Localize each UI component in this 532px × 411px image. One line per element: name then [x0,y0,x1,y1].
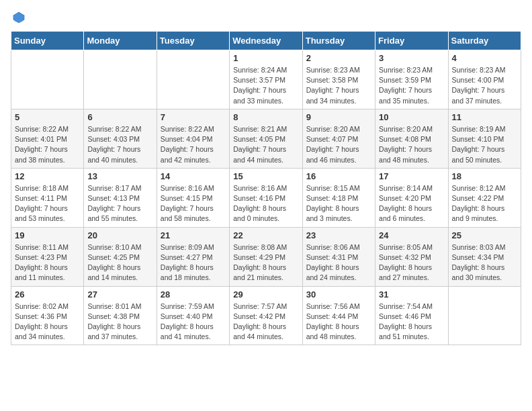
day-number: 9 [306,112,371,122]
day-info: Sunrise: 8:23 AM Sunset: 4:00 PM Dayligh… [452,65,517,106]
day-info: Sunrise: 8:06 AM Sunset: 4:31 PM Dayligh… [306,242,371,283]
day-number: 27 [87,289,152,300]
day-info: Sunrise: 8:18 AM Sunset: 4:11 PM Dayligh… [15,183,80,224]
day-info: Sunrise: 8:01 AM Sunset: 4:38 PM Dayligh… [87,302,152,342]
day-info: Sunrise: 8:08 AM Sunset: 4:29 PM Dayligh… [233,242,298,283]
day-number: 25 [452,230,517,240]
calendar-week-row: 19Sunrise: 8:11 AM Sunset: 4:23 PM Dayli… [11,227,521,286]
day-info: Sunrise: 8:24 AM Sunset: 3:57 PM Dayligh… [233,65,298,106]
day-number: 4 [452,53,517,63]
day-of-week-header: Monday [84,32,157,50]
day-number: 12 [15,171,80,181]
day-number: 2 [306,53,371,63]
calendar-cell: 9Sunrise: 8:20 AM Sunset: 4:07 PM Daylig… [302,109,375,168]
day-info: Sunrise: 8:16 AM Sunset: 4:15 PM Dayligh… [161,183,226,224]
day-number: 3 [379,53,444,63]
logo [11,11,26,24]
logo-icon [12,11,26,24]
calendar-cell: 2Sunrise: 8:23 AM Sunset: 3:58 PM Daylig… [302,50,375,109]
day-number: 31 [379,289,444,300]
page-header [11,11,521,24]
calendar-cell: 7Sunrise: 8:22 AM Sunset: 4:04 PM Daylig… [157,109,229,168]
day-info: Sunrise: 8:15 AM Sunset: 4:18 PM Dayligh… [306,183,371,224]
calendar-cell: 23Sunrise: 8:06 AM Sunset: 4:31 PM Dayli… [302,227,375,286]
calendar-cell: 8Sunrise: 8:21 AM Sunset: 4:05 PM Daylig… [230,109,302,168]
day-number: 10 [379,112,444,122]
day-info: Sunrise: 8:21 AM Sunset: 4:05 PM Dayligh… [233,124,298,165]
calendar-cell: 12Sunrise: 8:18 AM Sunset: 4:11 PM Dayli… [11,168,84,227]
day-info: Sunrise: 8:23 AM Sunset: 3:58 PM Dayligh… [306,65,371,106]
calendar-cell: 30Sunrise: 7:56 AM Sunset: 4:44 PM Dayli… [302,286,375,345]
day-number: 26 [15,289,80,300]
calendar-week-row: 5Sunrise: 8:22 AM Sunset: 4:01 PM Daylig… [11,109,521,168]
day-info: Sunrise: 8:22 AM Sunset: 4:01 PM Dayligh… [15,124,80,165]
day-number: 28 [161,289,226,300]
day-of-week-header: Saturday [448,32,521,50]
day-info: Sunrise: 7:59 AM Sunset: 4:40 PM Dayligh… [161,302,226,342]
day-of-week-header: Wednesday [230,32,302,50]
calendar-cell: 10Sunrise: 8:20 AM Sunset: 4:08 PM Dayli… [375,109,448,168]
day-info: Sunrise: 8:22 AM Sunset: 4:04 PM Dayligh… [161,124,226,165]
day-info: Sunrise: 8:22 AM Sunset: 4:03 PM Dayligh… [87,124,152,165]
day-number: 5 [15,112,80,122]
day-number: 15 [233,171,298,181]
day-info: Sunrise: 7:56 AM Sunset: 4:44 PM Dayligh… [306,302,371,342]
calendar-cell: 16Sunrise: 8:15 AM Sunset: 4:18 PM Dayli… [302,168,375,227]
calendar-cell: 21Sunrise: 8:09 AM Sunset: 4:27 PM Dayli… [157,227,229,286]
day-info: Sunrise: 8:03 AM Sunset: 4:34 PM Dayligh… [452,242,517,283]
day-of-week-header: Tuesday [157,32,229,50]
day-info: Sunrise: 8:11 AM Sunset: 4:23 PM Dayligh… [15,242,80,283]
day-number: 19 [15,230,80,240]
calendar-cell [448,286,521,345]
day-info: Sunrise: 8:12 AM Sunset: 4:22 PM Dayligh… [452,183,517,224]
day-of-week-header: Friday [375,32,448,50]
day-number: 24 [379,230,444,240]
day-info: Sunrise: 8:10 AM Sunset: 4:25 PM Dayligh… [87,242,152,283]
calendar-week-row: 1Sunrise: 8:24 AM Sunset: 3:57 PM Daylig… [11,50,521,109]
day-of-week-header: Thursday [302,32,375,50]
calendar-cell: 11Sunrise: 8:19 AM Sunset: 4:10 PM Dayli… [448,109,521,168]
day-info: Sunrise: 8:14 AM Sunset: 4:20 PM Dayligh… [379,183,444,224]
day-number: 22 [233,230,298,240]
day-of-week-header: Sunday [11,32,84,50]
calendar-cell: 28Sunrise: 7:59 AM Sunset: 4:40 PM Dayli… [157,286,229,345]
day-info: Sunrise: 7:54 AM Sunset: 4:46 PM Dayligh… [379,302,444,342]
day-number: 1 [233,53,298,63]
day-info: Sunrise: 8:05 AM Sunset: 4:32 PM Dayligh… [379,242,444,283]
calendar-cell: 15Sunrise: 8:16 AM Sunset: 4:16 PM Dayli… [230,168,302,227]
day-number: 21 [161,230,226,240]
calendar-table: SundayMondayTuesdayWednesdayThursdayFrid… [11,31,521,345]
calendar-cell: 20Sunrise: 8:10 AM Sunset: 4:25 PM Dayli… [84,227,157,286]
day-info: Sunrise: 8:23 AM Sunset: 3:59 PM Dayligh… [379,65,444,106]
day-number: 18 [452,171,517,181]
day-number: 16 [306,171,371,181]
day-number: 11 [452,112,517,122]
calendar-cell: 6Sunrise: 8:22 AM Sunset: 4:03 PM Daylig… [84,109,157,168]
calendar-cell [157,50,229,109]
calendar-cell: 13Sunrise: 8:17 AM Sunset: 4:13 PM Dayli… [84,168,157,227]
day-number: 14 [161,171,226,181]
calendar-cell: 25Sunrise: 8:03 AM Sunset: 4:34 PM Dayli… [448,227,521,286]
day-number: 8 [233,112,298,122]
calendar-cell: 4Sunrise: 8:23 AM Sunset: 4:00 PM Daylig… [448,50,521,109]
day-number: 6 [87,112,152,122]
day-number: 30 [306,289,371,300]
day-info: Sunrise: 8:20 AM Sunset: 4:07 PM Dayligh… [306,124,371,165]
calendar-cell [11,50,84,109]
calendar-cell: 22Sunrise: 8:08 AM Sunset: 4:29 PM Dayli… [230,227,302,286]
calendar-cell: 14Sunrise: 8:16 AM Sunset: 4:15 PM Dayli… [157,168,229,227]
calendar-cell: 18Sunrise: 8:12 AM Sunset: 4:22 PM Dayli… [448,168,521,227]
day-info: Sunrise: 8:02 AM Sunset: 4:36 PM Dayligh… [15,302,80,342]
day-number: 13 [87,171,152,181]
day-number: 17 [379,171,444,181]
calendar-cell: 29Sunrise: 7:57 AM Sunset: 4:42 PM Dayli… [230,286,302,345]
day-info: Sunrise: 8:19 AM Sunset: 4:10 PM Dayligh… [452,124,517,165]
day-info: Sunrise: 8:20 AM Sunset: 4:08 PM Dayligh… [379,124,444,165]
calendar-cell: 5Sunrise: 8:22 AM Sunset: 4:01 PM Daylig… [11,109,84,168]
day-number: 7 [161,112,226,122]
calendar-week-row: 26Sunrise: 8:02 AM Sunset: 4:36 PM Dayli… [11,286,521,345]
day-info: Sunrise: 8:09 AM Sunset: 4:27 PM Dayligh… [161,242,226,283]
calendar-cell: 31Sunrise: 7:54 AM Sunset: 4:46 PM Dayli… [375,286,448,345]
calendar-cell: 1Sunrise: 8:24 AM Sunset: 3:57 PM Daylig… [230,50,302,109]
calendar-week-row: 12Sunrise: 8:18 AM Sunset: 4:11 PM Dayli… [11,168,521,227]
